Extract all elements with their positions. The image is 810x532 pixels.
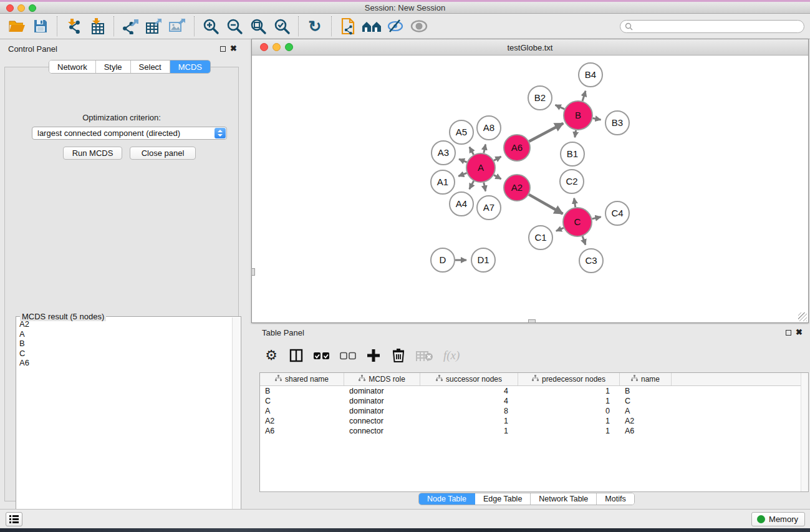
edge-A-A4[interactable] — [470, 181, 474, 189]
add-column-icon[interactable] — [366, 347, 381, 364]
node-A3[interactable]: A3 — [432, 141, 455, 165]
frame-resize-handle-left[interactable] — [251, 268, 255, 276]
open-session-icon[interactable] — [5, 16, 29, 37]
zoom-selected-icon[interactable] — [270, 16, 294, 37]
network-overview-icon[interactable] — [360, 16, 383, 37]
delete-column-icon[interactable] — [391, 347, 406, 364]
close-panel-button[interactable]: Close panel — [130, 147, 196, 160]
edge-A-A8[interactable] — [484, 144, 486, 153]
frame-resize-handle-bottom[interactable] — [528, 319, 536, 323]
column-header-MCDS-role[interactable]: MCDS role — [344, 373, 420, 385]
mcds-result-list[interactable]: A2ABCA6 — [17, 319, 231, 526]
node-A1[interactable]: A1 — [431, 170, 455, 194]
node-B4[interactable]: B4 — [579, 63, 602, 87]
column-header-shared-name[interactable]: shared name — [260, 373, 344, 385]
node-C2[interactable]: C2 — [560, 170, 584, 193]
export-network-icon[interactable] — [118, 16, 142, 37]
zoom-fit-icon[interactable] — [246, 16, 270, 37]
node-C1[interactable]: C1 — [529, 226, 552, 249]
table-row[interactable]: Bdominator41B — [260, 386, 808, 396]
edge-C-C2[interactable] — [574, 198, 576, 207]
edge-A6-B[interactable] — [529, 123, 563, 142]
table-row[interactable]: Adominator80A — [260, 406, 808, 416]
node-D1[interactable]: D1 — [471, 248, 495, 272]
node-A5[interactable]: A5 — [450, 120, 473, 144]
search-field[interactable] — [620, 20, 804, 33]
task-history-button[interactable] — [6, 512, 22, 526]
show-hide-panels-icon[interactable] — [407, 16, 431, 37]
frame-resize-grip[interactable] — [798, 312, 807, 321]
node-B3[interactable]: B3 — [605, 111, 629, 135]
tab-node-table[interactable]: Node Table — [419, 493, 475, 505]
node-B2[interactable]: B2 — [528, 86, 552, 110]
edge-C-C3[interactable] — [582, 236, 586, 245]
result-item[interactable]: B — [17, 339, 231, 349]
node-A[interactable]: A — [466, 153, 495, 182]
edge-A-A3[interactable] — [459, 159, 467, 162]
edge-A2-C[interactable] — [529, 195, 562, 214]
float-table-panel-icon[interactable] — [786, 330, 791, 336]
import-table-icon[interactable] — [85, 16, 109, 37]
tab-edge-table[interactable]: Edge Table — [475, 493, 531, 505]
result-item[interactable]: A6 — [17, 358, 231, 368]
network-graph[interactable]: B4B2BB3A5A8A6A3B1AA1C2A2A4A7C4CC1C3DD1 — [252, 56, 808, 322]
tab-style[interactable]: Style — [96, 60, 131, 73]
tab-select[interactable]: Select — [131, 60, 170, 73]
close-panel-icon[interactable]: ✖ — [230, 44, 237, 53]
import-network-icon[interactable] — [62, 16, 85, 37]
result-scrollbar[interactable] — [232, 317, 240, 526]
edge-B-B1[interactable] — [575, 130, 576, 138]
node-C4[interactable]: C4 — [605, 201, 629, 225]
zoom-out-icon[interactable] — [223, 16, 246, 37]
node-C[interactable]: C — [563, 208, 592, 236]
table-row[interactable]: A6connector11A6 — [260, 426, 808, 436]
memory-button[interactable]: Memory — [751, 512, 805, 526]
node-B1[interactable]: B1 — [561, 142, 584, 166]
table-scrollbar[interactable] — [801, 373, 808, 491]
tab-motifs[interactable]: Motifs — [597, 493, 634, 505]
edge-B-B2[interactable] — [556, 105, 565, 109]
optimization-criterion-dropdown[interactable]: largest connected component (directed) — [32, 127, 227, 140]
tab-network[interactable]: Network — [49, 60, 96, 73]
column-header-successor-nodes[interactable]: successor nodes — [420, 373, 518, 385]
edge-A-A5[interactable] — [470, 147, 474, 155]
result-item[interactable]: A — [17, 329, 231, 339]
run-mcds-button[interactable]: Run MCDS — [63, 147, 122, 160]
node-A4[interactable]: A4 — [450, 192, 473, 216]
edge-A-A1[interactable] — [458, 173, 466, 176]
zoom-in-icon[interactable] — [199, 16, 223, 37]
edge-A-A2[interactable] — [494, 175, 501, 179]
close-table-panel-icon[interactable]: ✖ — [796, 327, 803, 337]
search-input[interactable] — [633, 22, 804, 31]
export-image-icon[interactable] — [166, 16, 190, 37]
edge-C-C4[interactable] — [592, 217, 600, 219]
result-item[interactable]: A2 — [17, 319, 231, 329]
node-B[interactable]: B — [564, 101, 592, 130]
float-panel-icon[interactable] — [220, 46, 226, 52]
edge-B-B3[interactable] — [593, 118, 601, 119]
column-header-name[interactable]: name — [620, 373, 672, 385]
node-A7[interactable]: A7 — [477, 196, 501, 220]
edge-A-A7[interactable] — [484, 183, 486, 191]
table-row[interactable]: A2connector11A2 — [260, 416, 808, 426]
save-session-icon[interactable] — [29, 16, 52, 37]
deselect-all-columns-icon[interactable] — [340, 347, 356, 364]
network-document-icon[interactable] — [336, 16, 360, 37]
edge-C-C1[interactable] — [556, 228, 564, 231]
node-C3[interactable]: C3 — [579, 249, 603, 273]
show-columns-icon[interactable] — [289, 347, 304, 364]
tab-network-table[interactable]: Network Table — [531, 493, 597, 505]
column-header-predecessor-nodes[interactable]: predecessor nodes — [518, 373, 620, 385]
node-A2[interactable]: A2 — [504, 175, 530, 201]
select-all-columns-icon[interactable] — [314, 347, 330, 364]
tab-mcds[interactable]: MCDS — [170, 60, 210, 73]
export-table-icon[interactable] — [142, 16, 166, 37]
toggle-graphics-details-icon[interactable] — [383, 16, 407, 37]
edge-B-B4[interactable] — [582, 91, 586, 101]
edge-A-A6[interactable] — [494, 157, 501, 160]
node-D[interactable]: D — [431, 248, 455, 272]
table-row[interactable]: Cdominator41C — [260, 396, 808, 406]
node-A6[interactable]: A6 — [504, 135, 530, 161]
refresh-icon[interactable]: ↻ — [303, 16, 327, 37]
node-A8[interactable]: A8 — [477, 116, 501, 140]
